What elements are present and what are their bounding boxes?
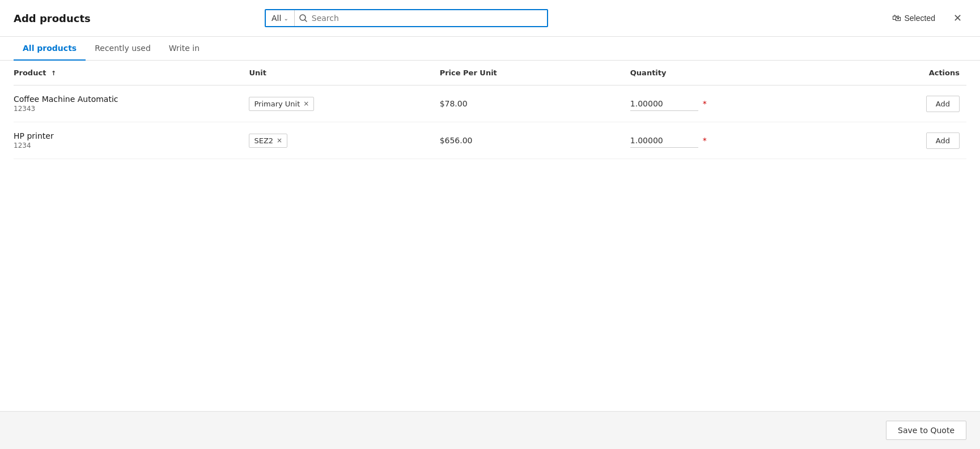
unit-label-1: Primary Unit xyxy=(254,100,300,108)
unit-cell-1: Primary Unit × xyxy=(242,85,432,122)
product-name-1: Coffee Machine Automatic xyxy=(14,95,235,104)
search-filter-label: All xyxy=(271,14,281,23)
tab-all-products[interactable]: All products xyxy=(14,37,86,61)
quantity-input-2[interactable] xyxy=(630,134,698,148)
products-table: Product ↑ Unit Price Per Unit Quantity A… xyxy=(14,61,966,159)
tabs-container: All products Recently used Write in xyxy=(0,37,980,61)
tab-write-in[interactable]: Write in xyxy=(160,37,209,61)
unit-cell-2: SEZ2 × xyxy=(242,122,432,159)
modal-footer: Save to Quote xyxy=(0,411,980,449)
price-cell-2: $656.00 xyxy=(433,122,623,159)
svg-line-1 xyxy=(305,20,307,22)
unit-tag-1: Primary Unit × xyxy=(249,97,314,111)
search-input[interactable] xyxy=(312,10,547,26)
product-cell-2: HP printer 1234 xyxy=(14,122,242,159)
actions-cell-1: Add xyxy=(862,85,966,122)
actions-cell-2: Add xyxy=(862,122,966,159)
product-name-2: HP printer xyxy=(14,131,235,140)
add-button-2[interactable]: Add xyxy=(926,132,960,149)
required-indicator-2: * xyxy=(703,136,707,145)
column-header-product[interactable]: Product ↑ xyxy=(14,61,242,85)
product-id-2: 1234 xyxy=(14,142,235,149)
quantity-input-1[interactable] xyxy=(630,97,698,111)
search-container: All ⌄ xyxy=(265,9,548,27)
sort-ascending-icon: ↑ xyxy=(51,70,56,77)
product-id-1: 12343 xyxy=(14,105,235,113)
search-filter-dropdown[interactable]: All ⌄ xyxy=(266,10,295,26)
modal-header: Add products All ⌄ 🛍 Selected ✕ xyxy=(0,0,980,37)
products-table-container: Product ↑ Unit Price Per Unit Quantity A… xyxy=(0,61,980,411)
close-button[interactable]: ✕ xyxy=(949,10,966,27)
column-header-unit[interactable]: Unit xyxy=(242,61,432,85)
column-header-actions: Actions xyxy=(862,61,966,85)
selected-button[interactable]: 🛍 Selected xyxy=(888,11,940,25)
selected-label: Selected xyxy=(905,14,935,23)
unit-tag-close-2[interactable]: × xyxy=(277,137,282,144)
price-value-1: $78.00 xyxy=(440,99,468,108)
add-button-1[interactable]: Add xyxy=(926,96,960,112)
product-cell-1: Coffee Machine Automatic 12343 xyxy=(14,85,242,122)
save-to-quote-button[interactable]: Save to Quote xyxy=(886,421,966,440)
bag-icon: 🛍 xyxy=(892,13,901,23)
price-cell-1: $78.00 xyxy=(433,85,623,122)
table-row: HP printer 1234 SEZ2 × $656.00 xyxy=(14,122,966,159)
required-indicator-1: * xyxy=(703,99,707,108)
add-products-modal: Add products All ⌄ 🛍 Selected ✕ xyxy=(0,0,980,449)
column-header-quantity[interactable]: Quantity xyxy=(623,61,862,85)
qty-cell-2: * xyxy=(623,122,862,159)
unit-tag-2: SEZ2 × xyxy=(249,134,287,148)
header-right: 🛍 Selected ✕ xyxy=(888,10,966,27)
chevron-down-icon: ⌄ xyxy=(283,15,288,22)
tab-recently-used[interactable]: Recently used xyxy=(86,37,160,61)
search-icon xyxy=(295,11,312,25)
unit-label-2: SEZ2 xyxy=(254,136,273,145)
modal-title: Add products xyxy=(14,12,91,24)
table-row: Coffee Machine Automatic 12343 Primary U… xyxy=(14,85,966,122)
column-header-price[interactable]: Price Per Unit xyxy=(433,61,623,85)
price-value-2: $656.00 xyxy=(440,136,473,145)
unit-tag-close-1[interactable]: × xyxy=(303,100,309,107)
table-header-row: Product ↑ Unit Price Per Unit Quantity A… xyxy=(14,61,966,85)
qty-cell-1: * xyxy=(623,85,862,122)
